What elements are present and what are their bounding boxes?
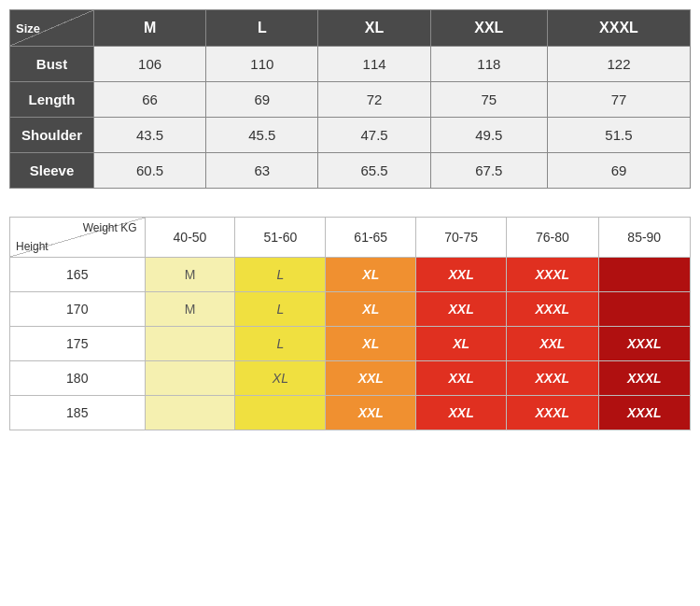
wh-row-height: 165 [10, 258, 146, 292]
wh-col-40-50: 40-50 [145, 218, 235, 258]
wh-row: 175LXLXLXXLXXXL [10, 327, 691, 361]
wh-col-76-80: 76-80 [507, 218, 598, 258]
wh-cell: M [145, 292, 235, 327]
size-cell: 122 [547, 47, 690, 82]
size-row-label: Sleeve [10, 153, 94, 189]
wh-cell [145, 396, 235, 430]
wh-row: 185XXLXXLXXXLXXXL [10, 396, 691, 430]
wh-cell: XXXL [507, 361, 598, 396]
wh-cell: XL [326, 327, 416, 361]
size-cell: 67.5 [430, 153, 547, 189]
wh-cell: XL [326, 258, 416, 292]
wh-cell: XXL [326, 396, 416, 430]
wh-cell [145, 361, 235, 396]
size-cell: 65.5 [318, 153, 430, 189]
size-cell: 45.5 [206, 118, 318, 153]
size-cell: 66 [94, 82, 206, 118]
wh-row: 170MLXLXXLXXXL [10, 292, 691, 327]
wh-cell [145, 327, 235, 361]
size-cell: 43.5 [94, 118, 206, 153]
wh-row: 165MLXLXXLXXXL [10, 258, 691, 292]
wh-col-70-75: 70-75 [416, 218, 507, 258]
wh-cell: L [235, 327, 326, 361]
wh-col-85-90: 85-90 [598, 218, 690, 258]
wh-cell: XL [416, 327, 507, 361]
size-cell: 69 [547, 153, 690, 189]
wh-col-51-60: 51-60 [235, 218, 326, 258]
wh-cell: XXL [416, 396, 507, 430]
wh-table: Weight KG Height 40-50 51-60 61-65 70-75… [9, 217, 691, 430]
size-header-m: M [94, 10, 206, 47]
wh-cell: XXL [326, 361, 416, 396]
wh-cell [598, 258, 690, 292]
size-cell: 72 [318, 82, 430, 118]
wh-cell: XXL [507, 327, 598, 361]
wh-row-height: 175 [10, 327, 146, 361]
wh-cell: XXL [416, 258, 507, 292]
size-row-label: Shoulder [10, 118, 94, 153]
wh-cell: L [235, 292, 326, 327]
wh-row-height: 170 [10, 292, 146, 327]
wh-cell: M [145, 258, 235, 292]
size-cell: 49.5 [430, 118, 547, 153]
size-header-xxxl: XXXL [547, 10, 690, 47]
wh-corner: Weight KG Height [10, 218, 146, 258]
wh-cell: XXXL [507, 258, 598, 292]
size-cell: 47.5 [318, 118, 430, 153]
size-header-xl: XL [318, 10, 430, 47]
wh-cell: XXXL [598, 396, 690, 430]
size-header-xxl: XXL [430, 10, 547, 47]
size-cell: 60.5 [94, 153, 206, 189]
wh-row: 180XLXXLXXLXXXLXXXL [10, 361, 691, 396]
kg-label: Weight KG [16, 221, 139, 234]
wh-col-61-65: 61-65 [326, 218, 416, 258]
size-label: Size [16, 21, 88, 35]
size-cell: 110 [206, 47, 318, 82]
size-cell: 63 [206, 153, 318, 189]
wh-row-height: 185 [10, 396, 146, 430]
size-row-label: Length [10, 82, 94, 118]
size-cell: 106 [94, 47, 206, 82]
size-row: Sleeve60.56365.567.569 [10, 153, 691, 189]
size-row: Shoulder43.545.547.549.551.5 [10, 118, 691, 153]
size-row-label: Bust [10, 47, 94, 82]
size-cell: 75 [430, 82, 547, 118]
wh-cell: XL [235, 361, 326, 396]
size-corner: Size [10, 10, 94, 47]
size-row: Length6669727577 [10, 82, 691, 118]
wh-cell: XXL [416, 361, 507, 396]
size-cell: 51.5 [547, 118, 690, 153]
wh-cell: XXXL [598, 327, 690, 361]
wh-cell: L [235, 258, 326, 292]
wh-cell [235, 396, 326, 430]
size-row: Bust106110114118122 [10, 47, 691, 82]
wh-cell: XXXL [507, 396, 598, 430]
wh-cell: XXL [416, 292, 507, 327]
size-table: Size M L XL XXL XXXL Bust106110114118122… [9, 9, 691, 189]
size-cell: 77 [547, 82, 690, 118]
size-cell: 118 [430, 47, 547, 82]
height-label: Height [16, 234, 139, 253]
wh-cell: XL [326, 292, 416, 327]
wh-cell: XXXL [507, 292, 598, 327]
wh-cell [598, 292, 690, 327]
size-header-l: L [206, 10, 318, 47]
wh-cell: XXXL [598, 361, 690, 396]
size-cell: 69 [206, 82, 318, 118]
size-cell: 114 [318, 47, 430, 82]
wh-row-height: 180 [10, 361, 146, 396]
